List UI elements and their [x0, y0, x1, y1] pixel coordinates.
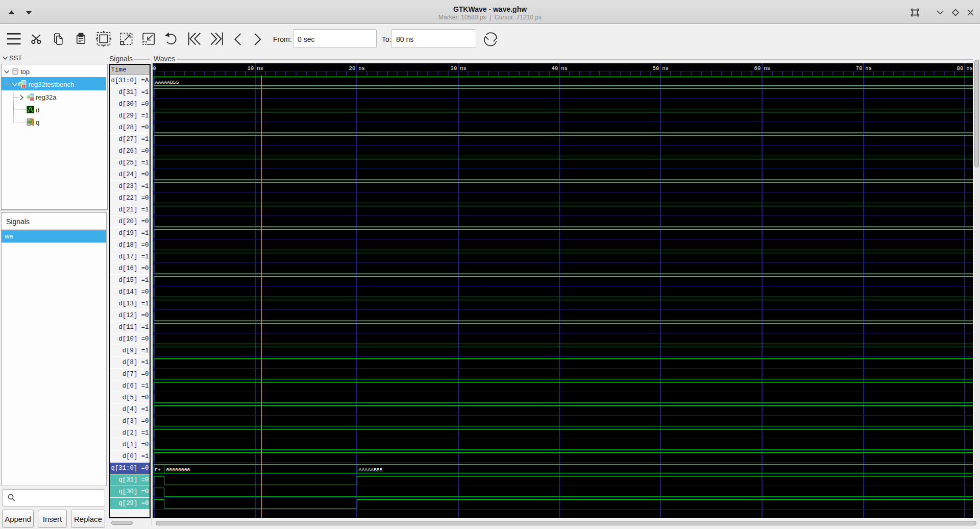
svg-text:ns: ns [460, 65, 467, 71]
svg-text:ns: ns [561, 65, 568, 71]
svg-text:00000000: 00000000 [166, 467, 190, 473]
svg-text:ns: ns [966, 65, 973, 71]
svg-text:ns: ns [662, 65, 669, 71]
svg-text:40: 40 [552, 65, 558, 71]
svg-text:AAAAAB55: AAAAAB55 [155, 80, 179, 85]
svg-text:F+: F+ [155, 467, 161, 473]
svg-text:20: 20 [349, 65, 356, 71]
svg-text:ns: ns [358, 65, 365, 71]
svg-text:70: 70 [856, 65, 863, 71]
svg-text:50: 50 [653, 65, 659, 71]
svg-text:30: 30 [451, 65, 457, 71]
svg-text:0: 0 [153, 65, 156, 71]
svg-text:ns: ns [865, 65, 872, 71]
svg-text:AAAAAB55: AAAAAB55 [359, 467, 383, 473]
svg-text:80: 80 [957, 65, 964, 71]
svg-text:ns: ns [257, 65, 263, 71]
svg-text:ns: ns [764, 65, 770, 71]
svg-text:10: 10 [248, 65, 254, 71]
svg-text:60: 60 [754, 65, 761, 71]
